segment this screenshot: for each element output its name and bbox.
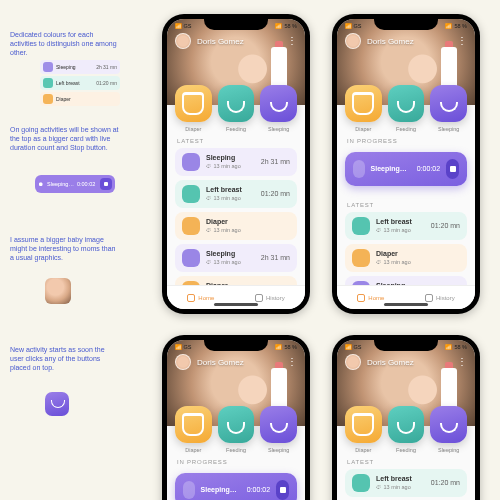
feed-icon (182, 185, 200, 203)
action-feeding-button[interactable]: Feeding (218, 406, 255, 443)
annotation-live-card: On going activities will be shown at the… (10, 125, 120, 152)
activity-list: Sleeping⏱ 13 min ago2h 31 mn Left breast… (167, 148, 305, 304)
notch (374, 340, 438, 351)
annotation-action-sample (45, 392, 69, 416)
home-indicator (384, 303, 428, 306)
list-item[interactable]: Sleeping⏱ 13 min ago2h 31 mn (175, 148, 297, 176)
notch (204, 19, 268, 30)
tab-home[interactable]: Home (187, 294, 214, 302)
stop-button[interactable] (446, 159, 459, 179)
action-sleeping-button[interactable]: Sleeping (430, 85, 467, 122)
action-diaper-button[interactable]: Diaper (345, 406, 382, 443)
user-name: Doris Gomez (367, 37, 414, 46)
section-latest: LATEST (337, 186, 475, 212)
tab-home[interactable]: Home (357, 294, 384, 302)
user-name: Doris Gomez (197, 37, 244, 46)
sleep-icon (353, 160, 365, 178)
live-activity-card[interactable]: Sleeping… 0:00:02 (175, 473, 297, 500)
list-item[interactable]: Diaper⏱ 13 min ago (175, 212, 297, 240)
action-feeding-button[interactable]: Feeding (388, 85, 425, 122)
list-item[interactable]: Left breast⏱ 13 min ago01:20 mn (345, 212, 467, 240)
menu-icon[interactable]: ⋮ (287, 357, 297, 367)
list-item[interactable]: Left breast⏱ 13 min ago01:20 mn (175, 180, 297, 208)
menu-icon[interactable]: ⋮ (457, 36, 467, 46)
sleep-icon (183, 481, 195, 499)
avatar[interactable] (175, 33, 191, 49)
notch (374, 19, 438, 30)
list-item[interactable]: Diaper⏱ 13 min ago (345, 244, 467, 272)
annotation-colors: Dedicated colours for each activities to… (10, 30, 120, 57)
avatar[interactable] (345, 354, 361, 370)
home-indicator (214, 303, 258, 306)
phone-mockup-d: 📶 GS 📶58 % Doris Gomez ⋮ Diaper Feeding … (332, 335, 480, 500)
list-item[interactable]: Sleeping⏱ 13 min ago2h 31 mn (175, 244, 297, 272)
live-activity-card[interactable]: Sleeping… 0:00:02 (345, 152, 467, 186)
action-diaper-button[interactable]: Diaper (345, 85, 382, 122)
annotation-baby-sample (45, 278, 71, 304)
action-feeding-button[interactable]: Feeding (218, 85, 255, 122)
list-item[interactable]: Left breast⏱ 13 min ago01:20 mn (345, 469, 467, 497)
avatar[interactable] (175, 354, 191, 370)
action-feeding-button[interactable]: Feeding (388, 406, 425, 443)
feed-icon (352, 474, 370, 492)
phone-mockup-c: 📶 GS 📶58 % Doris Gomez ⋮ Diaper Feeding … (162, 335, 310, 500)
phone-mockup-inprogress: 📶 GS 📶58 % Doris Gomez ⋮ Diaper Feeding … (332, 14, 480, 314)
stop-button[interactable] (276, 480, 289, 500)
sleep-icon (182, 249, 200, 267)
action-diaper-button[interactable]: Diaper (175, 85, 212, 122)
annotation-baby-image: I assume a bigger baby image might be in… (10, 235, 120, 262)
tab-history[interactable]: History (255, 294, 285, 302)
activity-list: Left breast⏱ 13 min ago01:20 mn (337, 469, 475, 497)
diaper-icon (352, 249, 370, 267)
action-sleeping-button[interactable]: Sleeping (260, 85, 297, 122)
avatar[interactable] (345, 33, 361, 49)
action-diaper-button[interactable]: Diaper (175, 406, 212, 443)
user-name: Doris Gomez (197, 358, 244, 367)
annotation-live-sample: ⏺Sleeping…0:00:02 (35, 175, 115, 193)
annotation-colors-sample: Sleeping2h 31 mn Left breast01:20 mn Dia… (40, 60, 120, 108)
sleep-icon (182, 153, 200, 171)
notch (204, 340, 268, 351)
action-sleeping-button[interactable]: Sleeping (260, 406, 297, 443)
tab-history[interactable]: History (425, 294, 455, 302)
diaper-icon (182, 217, 200, 235)
menu-icon[interactable]: ⋮ (457, 357, 467, 367)
user-name: Doris Gomez (367, 358, 414, 367)
phone-mockup-latest: 📶 GS 📶58 % Doris Gomez ⋮ Diaper Feeding … (162, 14, 310, 314)
action-sleeping-button[interactable]: Sleeping (430, 406, 467, 443)
menu-icon[interactable]: ⋮ (287, 36, 297, 46)
feed-icon (352, 217, 370, 235)
annotation-new-activity: New activity starts as soon the user cli… (10, 345, 120, 372)
